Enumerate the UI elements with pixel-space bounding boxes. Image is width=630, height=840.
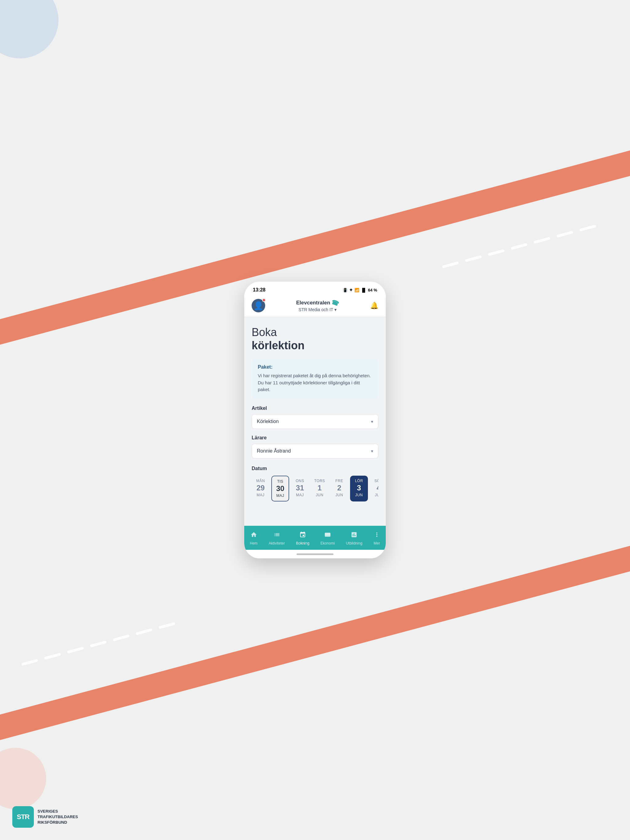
nav-item-aktiviteter[interactable]: Aktiviteter	[265, 530, 288, 547]
nav-item-ekonomi[interactable]: Ekonomi	[317, 530, 339, 547]
hem-nav-icon	[250, 531, 257, 540]
larare-value: Ronnie Åstrand	[257, 448, 291, 454]
date-day-name: LÖR	[355, 479, 363, 483]
nav-subtitle[interactable]: STR Media och IT ▾	[299, 307, 337, 312]
nav-item-utbildning[interactable]: Utbildning	[342, 530, 366, 547]
status-time: 13:28	[253, 287, 266, 293]
date-day-name: SÖN	[374, 479, 378, 483]
date-number: 31	[296, 484, 304, 492]
artikel-chevron-icon: ▾	[371, 419, 373, 424]
date-day-name: ONS	[296, 479, 304, 483]
nav-item-hem[interactable]: Hem	[246, 530, 261, 547]
info-box-title: Paket:	[258, 364, 372, 370]
aktiviteter-nav-icon	[274, 531, 280, 540]
date-number: 4	[377, 484, 378, 492]
date-month: MAJ	[256, 493, 264, 497]
date-cell-tors[interactable]: TORS1JUN	[311, 476, 329, 502]
date-cell-ons[interactable]: ONS31MAJ	[291, 476, 309, 502]
ekonomi-nav-icon	[324, 531, 331, 540]
date-number: 1	[317, 484, 321, 492]
str-logo: STR	[12, 806, 34, 828]
date-day-name: TORS	[314, 479, 325, 483]
notification-bell-icon[interactable]: 🔔	[370, 302, 378, 309]
date-cell-sön[interactable]: SÖN4JUN	[370, 476, 378, 502]
bottom-navigation: HemAktiviteterBokningEkonomiUtbildningMe…	[244, 526, 386, 550]
phone-icon: ☎	[330, 298, 340, 308]
date-cell-fre[interactable]: FRE2JUN	[330, 476, 348, 502]
nav-item-mer[interactable]: Mer	[370, 530, 384, 547]
signal-icon: ▐▌	[361, 288, 366, 292]
battery-icon: 64 %	[368, 288, 377, 292]
status-icons: 📳 ✦ 📶 ▐▌ 64 %	[343, 287, 377, 292]
mer-nav-label: Mer	[374, 541, 380, 545]
page-title: Boka körlektion	[252, 325, 378, 352]
status-bar: 13:28 📳 ✦ 📶 ▐▌ 64 %	[244, 282, 386, 296]
svg-rect-0	[325, 533, 330, 537]
dropdown-arrow-icon: ▾	[334, 307, 337, 312]
date-month: JUN	[316, 493, 324, 497]
str-logo-area: STR SVERIGES TRAFIKUTBILDARES RIKSFÖRBUN…	[12, 806, 78, 828]
logo-text: SVERIGES TRAFIKUTBILDARES RIKSFÖRBUND	[38, 808, 78, 826]
larare-label: Lärare	[252, 435, 378, 441]
datum-label: Datum	[252, 466, 378, 471]
larare-select[interactable]: Ronnie Åstrand ▾	[252, 444, 378, 458]
home-indicator	[244, 550, 386, 558]
bluetooth-icon: ✦	[349, 287, 353, 292]
date-month: JUN	[375, 493, 378, 497]
artikel-select[interactable]: Körlektion ▾	[252, 414, 378, 429]
larare-chevron-icon: ▾	[371, 448, 373, 453]
date-row: MÅN29MAJTIS30MAJONS31MAJTORS1JUNFRE2JUNL…	[252, 476, 378, 502]
bokning-nav-label: Bokning	[296, 541, 309, 545]
bokning-nav-icon	[299, 531, 306, 540]
date-month: JUN	[355, 493, 363, 497]
nav-item-bokning[interactable]: Bokning	[292, 530, 313, 547]
ekonomi-nav-label: Ekonomi	[321, 541, 335, 545]
aktiviteter-nav-label: Aktiviteter	[269, 541, 285, 545]
date-number: 2	[337, 484, 341, 492]
date-day-name: MÅN	[256, 479, 265, 483]
utbildning-nav-icon	[351, 531, 358, 540]
app-title: Elevcentralen ☎	[296, 299, 339, 306]
hem-nav-label: Hem	[250, 541, 258, 545]
info-box-text: Vi har registrerat paketet åt dig på den…	[258, 373, 372, 393]
utbildning-nav-label: Utbildning	[346, 541, 362, 545]
notification-badge	[262, 298, 266, 302]
date-month: JUN	[336, 493, 343, 497]
artikel-value: Körlektion	[257, 419, 279, 424]
mer-nav-icon	[374, 531, 380, 540]
wifi-icon: 📶	[355, 288, 359, 292]
artikel-label: Artikel	[252, 406, 378, 411]
date-number: 3	[357, 484, 361, 492]
avatar[interactable]: 👤	[252, 299, 265, 313]
nav-center: Elevcentralen ☎ STR Media och IT ▾	[296, 299, 339, 312]
date-cell-mån[interactable]: MÅN29MAJ	[252, 476, 269, 502]
home-bar	[296, 553, 334, 555]
date-month: MAJ	[276, 494, 284, 498]
phone-frame: 13:28 📳 ✦ 📶 ▐▌ 64 % 👤 Ele	[244, 282, 386, 558]
vibrate-icon: 📳	[343, 288, 348, 292]
date-day-name: FRE	[335, 479, 343, 483]
info-box: Paket: Vi har registrerat paketet åt dig…	[252, 359, 378, 399]
top-navigation: 👤 Elevcentralen ☎ STR Media och IT ▾ 🔔	[244, 296, 386, 317]
date-number: 29	[256, 484, 265, 492]
date-cell-lör[interactable]: LÖR3JUN	[350, 476, 368, 502]
date-cell-tis[interactable]: TIS30MAJ	[271, 476, 289, 502]
main-content: Boka körlektion Paket: Vi har registrera…	[244, 317, 386, 526]
date-number: 30	[276, 485, 285, 492]
date-month: MAJ	[296, 493, 304, 497]
date-day-name: TIS	[277, 479, 283, 484]
